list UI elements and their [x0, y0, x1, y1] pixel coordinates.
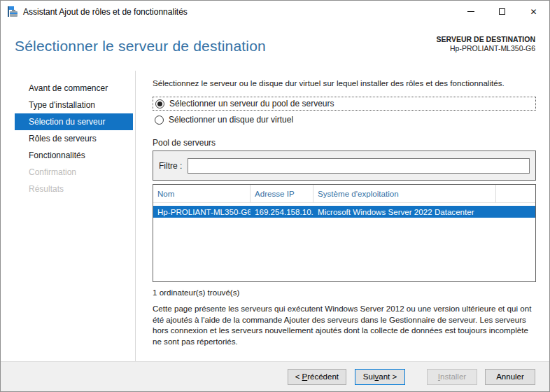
server-pool-table: Nom Adresse IP Système d'exploitation Hp… — [153, 184, 536, 282]
previous-button[interactable]: < Précédent — [288, 369, 346, 385]
wizard-window: Assistant Ajout de rôles et de fonctionn… — [0, 0, 550, 392]
cell-server-os: Microsoft Windows Server 2022 Datacenter — [313, 207, 496, 216]
radio-icon-virtual-disk[interactable] — [155, 115, 164, 125]
table-row-selected-server[interactable]: Hp-PROLIANT-ML350-G6 169.254.158.10... M… — [153, 206, 535, 218]
window-title: Assistant Ajout de rôles et de fonctionn… — [23, 7, 188, 17]
maximize-button[interactable] — [486, 1, 518, 22]
minimize-icon — [467, 11, 474, 12]
page-title: Sélectionner le serveur de destination — [15, 38, 266, 55]
install-button: Installer — [427, 369, 477, 385]
radio-option-virtual-disk[interactable]: Sélectionner un disque dur virtuel — [153, 113, 536, 126]
cancel-button[interactable]: Annuler — [485, 369, 535, 385]
filter-group: Filtre : — [153, 150, 536, 181]
column-header-nom[interactable]: Nom — [153, 185, 251, 202]
wizard-app-icon — [6, 6, 18, 18]
page-description: Cette page présente les serveurs qui exé… — [153, 303, 536, 346]
sidebar-item-type-installation[interactable]: Type d'installation — [15, 97, 133, 113]
sidebar-item-roles-de-serveurs[interactable]: Rôles de serveurs — [15, 130, 133, 147]
computers-found-text: 1 ordinateur(s) trouvé(s) — [153, 288, 536, 297]
title-bar: Assistant Ajout de rôles et de fonctionn… — [1, 1, 549, 22]
close-icon: ✕ — [530, 8, 537, 16]
filter-input[interactable] — [188, 158, 530, 174]
radio-label-virtual-disk: Sélectionner un disque dur virtuel — [169, 115, 293, 125]
radio-option-server-pool[interactable]: Sélectionner un serveur du pool de serve… — [153, 97, 536, 111]
filter-label: Filtre : — [159, 161, 182, 171]
destination-label: SERVEUR DE DESTINATION — [437, 35, 535, 44]
sidebar-item-resultats: Résultats — [15, 181, 133, 197]
destination-server-name: Hp-PROLIANT-ML350-G6 — [437, 44, 535, 53]
column-header-blank — [496, 185, 535, 202]
maximize-icon — [499, 8, 505, 15]
wizard-header: Sélectionner le serveur de destination S… — [1, 22, 549, 71]
wizard-footer: < Précédent Suivant > Installer Annuler — [1, 361, 549, 391]
next-button[interactable]: Suivant > — [355, 369, 405, 385]
minimize-button[interactable] — [455, 1, 486, 22]
radio-label-server-pool: Sélectionner un serveur du pool de serve… — [169, 99, 334, 108]
table-header-row: Nom Adresse IP Système d'exploitation — [153, 185, 535, 203]
sidebar-item-fonctionnalites[interactable]: Fonctionnalités — [15, 147, 133, 164]
cell-server-name: Hp-PROLIANT-ML350-G6 — [153, 207, 251, 216]
radio-icon-server-pool[interactable] — [155, 99, 164, 108]
main-content: Sélectionnez le serveur ou le disque dur… — [136, 71, 549, 361]
cell-server-ip: 169.254.158.10... — [251, 207, 313, 216]
sidebar-item-confirmation: Confirmation — [15, 164, 133, 181]
server-pool-label: Pool de serveurs — [153, 138, 536, 148]
wizard-steps-sidebar: Avant de commencer Type d'installation S… — [1, 71, 136, 361]
close-button[interactable]: ✕ — [518, 1, 549, 22]
intro-text: Sélectionnez le serveur ou le disque dur… — [153, 78, 536, 88]
column-header-adresse-ip[interactable]: Adresse IP — [251, 185, 313, 202]
column-header-systeme-exploitation[interactable]: Système d'exploitation — [313, 185, 496, 202]
sidebar-item-selection-du-serveur[interactable]: Sélection du serveur — [15, 113, 133, 130]
sidebar-item-avant-de-commencer[interactable]: Avant de commencer — [15, 80, 133, 97]
destination-block: SERVEUR DE DESTINATION Hp-PROLIANT-ML350… — [437, 35, 535, 53]
